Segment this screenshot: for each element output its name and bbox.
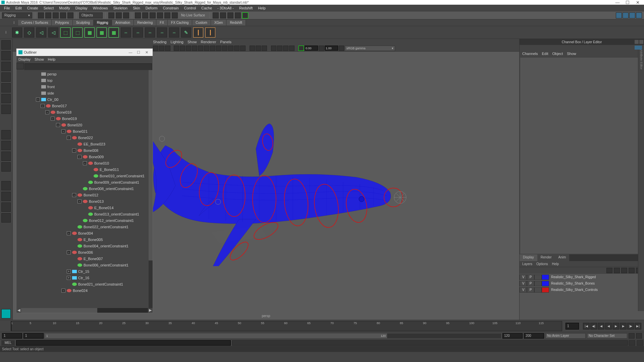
shelf-options-icon[interactable]: ⁞ [10, 20, 18, 25]
constraint-icon[interactable]: ⎓ [133, 27, 143, 38]
expand-icon[interactable]: - [67, 136, 71, 140]
constraint-icon[interactable]: ⎓ [169, 27, 179, 38]
panel-minimize-icon[interactable] [635, 40, 639, 44]
cluster-icon[interactable]: ▦ [97, 27, 107, 38]
tree-item[interactable]: +Ctr_16 [18, 275, 151, 281]
menuset-dropdown[interactable]: Rigging▾ [2, 12, 32, 18]
layer-menu-layers[interactable]: Layers [522, 262, 532, 266]
vp-icon[interactable] [216, 46, 221, 51]
tree-item[interactable]: Bone021_orientConstraint1 [18, 281, 151, 287]
vp-icon[interactable] [165, 46, 170, 51]
rotate-tool-icon[interactable] [1, 83, 11, 93]
menu-3dtoall[interactable]: - 3DtoAll - [215, 6, 236, 10]
vp-icon[interactable] [153, 46, 158, 51]
rigging-icon[interactable]: ◁ [48, 27, 58, 38]
expand-icon[interactable]: - [56, 123, 60, 127]
outliner-tree[interactable]: persptopfrontside-Ctr_00-Bone017-Bone018… [16, 70, 153, 308]
timeline-start-icon[interactable] [1, 323, 7, 329]
layout-icon[interactable] [1, 202, 11, 212]
tree-item[interactable]: E_Bone014 [18, 204, 151, 211]
shelf-menu-icon[interactable]: ⁞ [2, 30, 10, 35]
tree-item[interactable]: Bone006_orientConstraint1 [18, 262, 151, 268]
tree-item[interactable]: -Bone006 [18, 249, 151, 255]
vp-gamma-field[interactable]: 1.00 [325, 46, 338, 51]
expand-icon[interactable]: - [77, 199, 82, 203]
vp-icon[interactable] [234, 46, 239, 51]
outliner-maximize-button[interactable]: ☐ [135, 50, 143, 55]
layer-playback-toggle[interactable]: P [527, 281, 534, 286]
layer-color-swatch[interactable] [542, 287, 549, 293]
layer-row[interactable]: VPRealistic_Silky_Shark_Bones [520, 280, 644, 287]
expand-icon[interactable]: - [45, 110, 49, 114]
snap-point-icon[interactable] [123, 12, 129, 18]
panel-close-icon[interactable] [639, 40, 643, 44]
skin-icon[interactable]: ⬚ [72, 27, 83, 38]
vp-gate-icon[interactable] [299, 46, 304, 51]
menu-create[interactable]: Create [24, 6, 41, 10]
outliner-titlebar[interactable]: Outliner — ☐ ✕ [16, 49, 153, 56]
layout-icon[interactable] [1, 152, 11, 161]
tree-item[interactable]: side [18, 90, 151, 96]
shelf-tab-curvessurfaces[interactable]: Curves / Surfaces [18, 20, 52, 25]
vp-colorspace-dropdown[interactable]: sRGB gamma▾ [345, 46, 395, 51]
tree-item[interactable]: E_Bone011 [18, 166, 151, 173]
vp-lights-icon[interactable] [192, 46, 197, 51]
expand-icon[interactable]: - [61, 289, 65, 293]
expand-icon[interactable]: - [77, 155, 82, 159]
step-back-button[interactable]: ◀ [598, 323, 604, 329]
vp-icon[interactable] [277, 46, 282, 51]
vp-icon[interactable] [271, 46, 276, 51]
wrap-icon[interactable]: ▦ [109, 27, 119, 38]
menu-file[interactable]: File [1, 6, 13, 10]
tree-item[interactable]: Bone022_orientConstraint1 [18, 224, 151, 230]
menu-help[interactable]: Help [255, 6, 268, 10]
layer-color-swatch[interactable] [542, 281, 549, 286]
render-seq-icon[interactable] [235, 12, 241, 18]
layer-tab-anim[interactable]: Anim [555, 254, 570, 261]
layer-playback-toggle[interactable]: P [527, 287, 534, 293]
expand-icon[interactable]: - [72, 193, 76, 197]
expand-icon[interactable]: + [67, 276, 71, 280]
attribute-editor-tab[interactable]: Attribute Editor [638, 50, 644, 311]
tree-item[interactable]: -Bone017 [18, 103, 151, 109]
tree-item[interactable]: E_Bone007 [18, 255, 151, 262]
tree-item[interactable]: Bone010_orientConstraint1 [18, 173, 151, 179]
tree-item[interactable]: E_Bone005 [18, 236, 151, 243]
command-input[interactable] [16, 340, 231, 346]
menu-select[interactable]: Select [41, 6, 57, 10]
menu-edit[interactable]: Edit [13, 6, 24, 10]
layer-menu-help[interactable]: Help [552, 262, 559, 266]
live-surface-icon[interactable] [172, 12, 178, 18]
layer-btn-icon[interactable] [606, 268, 612, 273]
tree-item[interactable]: -Bone012 [18, 192, 151, 198]
rigging-icon[interactable]: ◁ [36, 27, 46, 38]
vp-exposure-field[interactable]: 0.00 [305, 46, 318, 51]
expand-icon[interactable]: - [41, 104, 45, 108]
step-back-key-button[interactable]: ◀| [590, 323, 597, 329]
sym-icon[interactable] [157, 12, 163, 18]
vp-icon[interactable] [319, 46, 324, 51]
shelf-tab-xgen[interactable]: XGen [211, 20, 227, 25]
sym-icon[interactable] [142, 12, 148, 18]
layer-tab-render[interactable]: Render [537, 254, 555, 261]
layer-vis-toggle[interactable]: V [520, 275, 527, 280]
constraint-icon[interactable]: ⎓ [121, 27, 131, 38]
outliner-hscroll[interactable]: ◀▶ [16, 308, 153, 313]
tree-item[interactable]: top [18, 77, 151, 83]
vp-menu-renderer[interactable]: Renderer [201, 40, 216, 44]
last-tool-icon[interactable] [1, 105, 11, 114]
shelf-tab-fxcaching[interactable]: FX Caching [168, 20, 192, 25]
new-scene-icon[interactable] [38, 12, 44, 18]
prefs-icon[interactable] [636, 333, 642, 339]
layer-type-cell[interactable] [534, 287, 542, 293]
move-tool-icon[interactable] [1, 72, 11, 82]
layout-icon[interactable] [1, 181, 11, 190]
vp-menu-shading[interactable]: Shading [153, 40, 166, 44]
step-fwd-button[interactable]: ▶ [620, 323, 627, 329]
hypershade-icon[interactable] [242, 12, 248, 18]
vp-isolate-icon[interactable] [222, 46, 227, 51]
cb-menu-show[interactable]: Show [567, 52, 576, 56]
layout-icon[interactable] [1, 162, 11, 172]
tree-item[interactable]: front [18, 83, 151, 90]
snap-grid-icon[interactable] [108, 12, 114, 18]
